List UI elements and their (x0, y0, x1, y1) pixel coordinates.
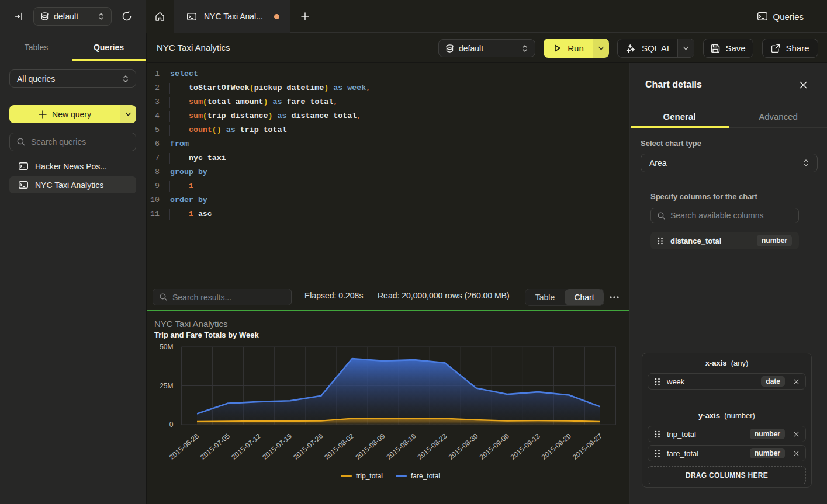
svg-text:2015-09-13: 2015-09-13 (509, 432, 542, 461)
svg-text:25M: 25M (160, 382, 173, 390)
svg-text:2015-07-05: 2015-07-05 (199, 432, 231, 461)
svg-text:2015-08-23: 2015-08-23 (416, 432, 449, 461)
svg-text:2015-09-06: 2015-09-06 (478, 432, 511, 461)
svg-text:2015-07-12: 2015-07-12 (230, 432, 262, 461)
svg-text:0: 0 (169, 420, 174, 429)
svg-text:2015-08-02: 2015-08-02 (323, 432, 355, 461)
svg-text:50M: 50M (160, 343, 173, 351)
svg-text:2015-08-30: 2015-08-30 (447, 432, 480, 461)
svg-text:2015-08-16: 2015-08-16 (385, 432, 417, 461)
svg-text:2015-09-20: 2015-09-20 (540, 432, 573, 461)
svg-text:2015-07-26: 2015-07-26 (292, 432, 324, 461)
svg-text:2015-09-27: 2015-09-27 (571, 432, 604, 461)
svg-text:2015-06-28: 2015-06-28 (168, 432, 200, 461)
svg-text:2015-08-09: 2015-08-09 (354, 432, 386, 461)
svg-text:2015-07-19: 2015-07-19 (261, 432, 293, 461)
